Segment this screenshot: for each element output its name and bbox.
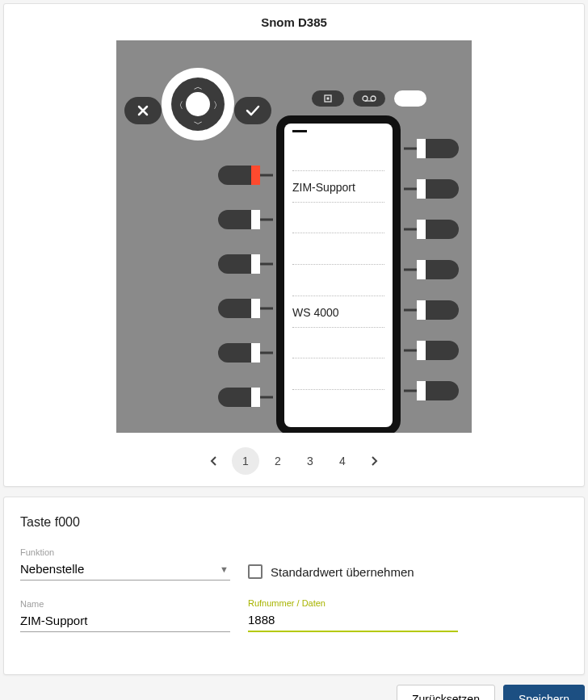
chevron-up-icon: ︿ [194, 81, 203, 93]
name-field[interactable]: Name [20, 599, 230, 632]
number-label: Rufnummer / Daten [248, 598, 458, 608]
chevron-right-icon: 〉 [213, 99, 222, 111]
line-row[interactable] [292, 358, 384, 390]
side-key-left-4[interactable] [218, 299, 260, 318]
side-key-right-7[interactable] [417, 381, 459, 400]
chevron-right-icon [371, 455, 379, 467]
side-key-right-6[interactable] [417, 341, 459, 360]
function-key-a[interactable] [312, 90, 344, 107]
line-row[interactable] [292, 390, 384, 421]
line-row[interactable]: WS 4000 [292, 296, 384, 328]
svg-rect-1 [327, 98, 330, 100]
side-key-left-6[interactable] [218, 388, 260, 407]
paginator-page-2[interactable]: 2 [264, 447, 292, 475]
line-row[interactable]: ZIM-Support [292, 171, 384, 203]
side-key-left-2[interactable] [218, 210, 260, 229]
side-key-left-1[interactable] [218, 166, 260, 185]
line-row[interactable] [292, 233, 384, 265]
side-key-right-3[interactable] [417, 220, 459, 239]
chevron-left-icon: 〈 [174, 99, 183, 111]
square-icon [323, 94, 333, 103]
voicemail-icon [362, 94, 376, 103]
function-field[interactable]: Funktion ▼ [20, 547, 230, 581]
paginator-next[interactable] [361, 447, 388, 475]
function-key-c[interactable] [394, 90, 426, 107]
function-select[interactable] [20, 560, 230, 581]
name-label: Name [20, 599, 230, 609]
line-row[interactable] [292, 140, 384, 171]
phone-screen: ZIM-Support WS 4000 [284, 124, 393, 427]
confirm-button[interactable] [234, 97, 271, 124]
screen-indicator [292, 130, 307, 132]
device-card: Snom D385 ︿ ﹀ 〈 〉 [3, 3, 585, 487]
line-row[interactable] [292, 328, 384, 359]
number-field[interactable]: Rufnummer / Daten [248, 598, 458, 632]
reset-button[interactable]: Zurücksetzen [397, 685, 495, 700]
form-title: Taste f000 [20, 515, 568, 530]
paginator-prev[interactable] [200, 447, 227, 475]
chevron-down-icon: ﹀ [194, 118, 203, 130]
line-row[interactable] [292, 265, 384, 296]
number-input[interactable] [248, 611, 458, 632]
key-config-card: Taste f000 Funktion ▼ Standardwert übern… [3, 497, 585, 675]
check-icon [246, 105, 260, 116]
svg-point-2 [363, 96, 368, 101]
voicemail-button[interactable] [353, 90, 385, 107]
line-row[interactable] [292, 203, 384, 234]
side-key-right-5[interactable] [417, 300, 459, 320]
checkbox-box[interactable] [248, 564, 262, 579]
side-key-left-3[interactable] [218, 254, 260, 274]
default-checkbox-label: Standardwert übernehmen [271, 565, 414, 579]
side-key-left-5[interactable] [218, 343, 260, 363]
function-label: Funktion [20, 547, 230, 557]
dpad-center[interactable] [186, 92, 210, 116]
paginator-page-3[interactable]: 3 [296, 447, 324, 475]
chevron-left-icon [209, 455, 217, 467]
paginator-page-1[interactable]: 1 [232, 447, 259, 475]
x-icon [136, 104, 149, 117]
device-wrap: ︿ ﹀ 〈 〉 ZIM-Support WS [4, 40, 584, 433]
side-key-right-2[interactable] [417, 179, 459, 199]
phone-frame: ZIM-Support WS 4000 [276, 115, 401, 433]
phone-device: ︿ ﹀ 〈 〉 ZIM-Support WS [116, 40, 472, 433]
side-key-right-4[interactable] [417, 260, 459, 279]
svg-point-3 [371, 96, 376, 101]
default-checkbox[interactable]: Standardwert übernehmen [248, 564, 414, 579]
name-input[interactable] [20, 612, 230, 632]
cancel-button[interactable] [124, 97, 162, 124]
paginator-page-4[interactable]: 4 [329, 447, 356, 475]
page-title: Snom D385 [4, 4, 584, 40]
paginator: 1 2 3 4 [4, 447, 584, 475]
save-button[interactable]: Speichern [503, 685, 585, 700]
form-actions: Zurücksetzen Speichern [0, 685, 588, 700]
side-key-right-1[interactable] [417, 139, 459, 158]
